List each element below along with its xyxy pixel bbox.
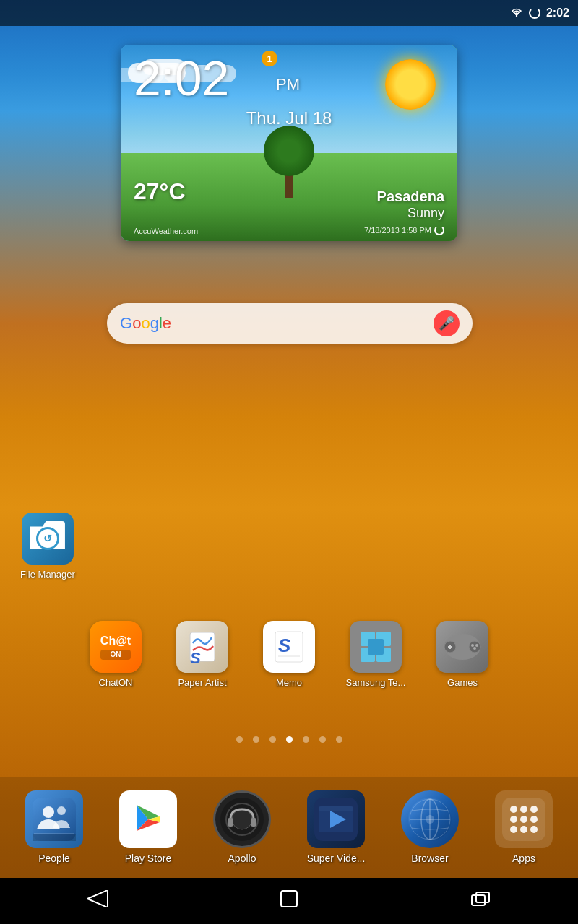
svg-point-49 [520, 826, 527, 833]
svg-point-28 [232, 809, 252, 829]
svg-rect-53 [472, 895, 485, 905]
dock-people[interactable]: People [14, 790, 94, 864]
weather-date: Thu. Jul 18 [121, 108, 457, 128]
page-dot-5[interactable] [303, 736, 309, 743]
bottom-dock: People Play Store [0, 777, 578, 878]
svg-rect-52 [281, 891, 297, 907]
browser-label: Browser [411, 853, 448, 864]
page-dot-1[interactable] [236, 736, 243, 743]
paper-artist-icon: S [176, 621, 228, 673]
wifi-icon [510, 7, 523, 19]
page-dot-4[interactable] [286, 736, 293, 743]
svg-point-43 [520, 806, 527, 813]
svg-point-21 [57, 806, 66, 815]
apps-icon [495, 790, 553, 848]
games-icon [436, 621, 488, 673]
status-bar: 2:02 [0, 0, 578, 26]
page-dot-2[interactable] [253, 736, 259, 743]
navigation-bar [0, 878, 578, 924]
svg-point-44 [530, 806, 538, 813]
app-games[interactable]: Games [426, 621, 499, 688]
svg-point-0 [516, 14, 517, 16]
svg-rect-54 [476, 892, 489, 902]
svg-point-50 [530, 826, 538, 833]
sync-icon [529, 7, 540, 19]
apollo-icon [213, 790, 271, 848]
svg-point-42 [510, 806, 517, 813]
dock-play-store[interactable]: Play Store [108, 790, 188, 864]
weather-ampm: PM [276, 75, 300, 94]
samsung-tech-label: Samsung Te... [346, 677, 406, 688]
svg-text:S: S [190, 649, 201, 665]
super-video-label: Super Vide... [307, 853, 366, 864]
status-time: 2:02 [546, 6, 569, 19]
chaton-label: ChatON [99, 677, 133, 688]
weather-location: Pasadena [377, 188, 444, 205]
weather-source: AccuWeather.com [134, 227, 198, 235]
weather-condition: Sunny [407, 206, 444, 221]
apollo-label: Apollo [228, 853, 256, 864]
microphone-icon: 🎤 [439, 315, 454, 331]
memo-label: Memo [276, 677, 302, 688]
voice-search-button[interactable]: 🎤 [434, 310, 460, 336]
page-dot-3[interactable] [269, 736, 276, 743]
folder-arrow-icon: ↺ [43, 533, 52, 544]
play-store-icon [119, 790, 177, 848]
svg-point-45 [510, 816, 517, 823]
svg-rect-29 [228, 818, 233, 827]
svg-point-48 [510, 826, 517, 833]
weather-temp: 27°C [134, 178, 186, 205]
svg-rect-10 [368, 639, 384, 655]
svg-marker-51 [87, 890, 108, 907]
people-label: People [38, 853, 70, 864]
back-button[interactable] [72, 884, 122, 918]
weather-widget[interactable]: 2:02 PM 1 Thu. Jul 18 27°C Pasadena Sunn… [121, 45, 457, 241]
recent-apps-button[interactable] [456, 885, 506, 917]
svg-point-46 [520, 816, 527, 823]
page-dot-6[interactable] [319, 736, 326, 743]
app-chaton[interactable]: Ch@t ON ChatON [79, 621, 152, 688]
svg-text:S: S [278, 635, 291, 656]
svg-rect-23 [33, 834, 76, 841]
app-samsung-tech[interactable]: Samsung Te... [340, 621, 412, 688]
svg-point-20 [43, 806, 54, 818]
svg-point-40 [426, 815, 434, 824]
svg-rect-34 [319, 806, 353, 811]
browser-icon [401, 790, 459, 848]
play-store-label: Play Store [125, 853, 172, 864]
apps-label: Apps [512, 853, 535, 864]
home-button[interactable] [265, 884, 313, 918]
page-dot-7[interactable] [336, 736, 342, 743]
people-icon [25, 790, 83, 848]
memo-icon: S [263, 621, 315, 673]
google-logo: Google [120, 314, 434, 333]
weather-notification-badge: 1 [262, 51, 277, 66]
weather-time: 2:02 [134, 53, 229, 103]
dock-apps[interactable]: Apps [484, 790, 564, 864]
games-label: Games [447, 677, 478, 688]
samsung-tech-icon [350, 621, 402, 673]
dock-apollo[interactable]: Apollo [202, 790, 282, 864]
search-bar[interactable]: Google 🎤 [107, 303, 473, 344]
refresh-icon[interactable] [434, 225, 444, 235]
page-indicators [0, 736, 578, 743]
weather-updated: 7/18/2013 1:58 PM [364, 225, 444, 235]
svg-point-47 [530, 816, 538, 823]
file-manager-icon: ↺ [22, 513, 74, 565]
app-paper-artist[interactable]: S Paper Artist [166, 621, 238, 688]
svg-point-17 [475, 644, 478, 647]
app-memo[interactable]: S Memo [253, 621, 325, 688]
file-manager-label: File Manager [20, 569, 75, 580]
paper-artist-label: Paper Artist [178, 677, 226, 688]
svg-rect-30 [251, 818, 256, 827]
chaton-icon: Ch@t ON [90, 621, 142, 673]
file-manager-app[interactable]: ↺ File Manager [20, 513, 75, 580]
super-video-icon [307, 790, 365, 848]
dock-super-video[interactable]: Super Vide... [296, 790, 376, 864]
dock-browser[interactable]: Browser [390, 790, 470, 864]
app-row: Ch@t ON ChatON S Paper Artist S Memo [0, 621, 578, 688]
svg-point-18 [473, 647, 476, 650]
svg-point-16 [471, 644, 474, 647]
